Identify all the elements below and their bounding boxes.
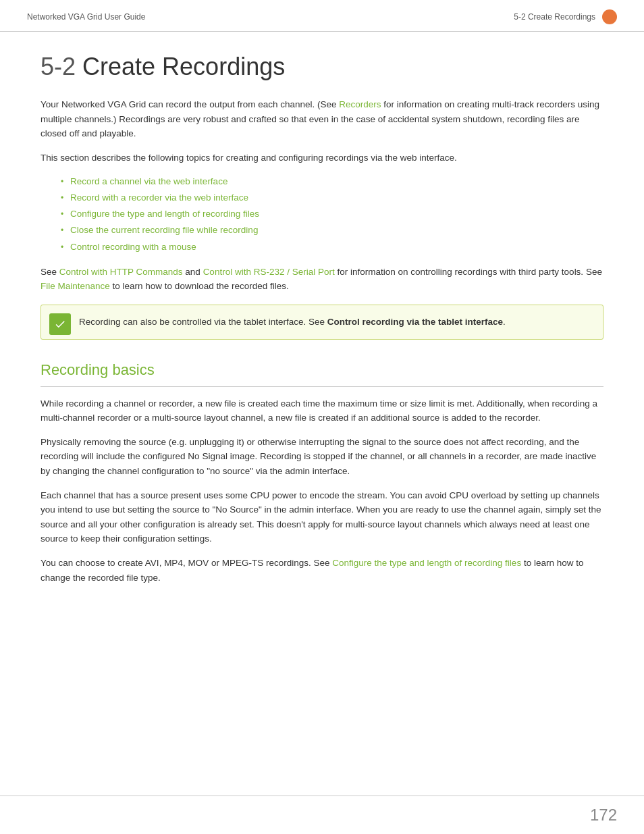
- intro-paragraph-2: This section describes the following top…: [41, 151, 603, 165]
- basics-paragraph-1: While recording a channel or recorder, a…: [41, 396, 603, 425]
- page-container: Networked VGA Grid User Guide 5-2 Create…: [0, 0, 644, 834]
- note-bold-text: Control recording via the tablet interfa…: [327, 317, 503, 327]
- topics-list: Record a channel via the web interface R…: [61, 175, 603, 254]
- header-circle-icon: [602, 9, 617, 24]
- file-maintenance-link[interactable]: File Maintenance: [41, 281, 110, 291]
- basics-paragraph-4: You can choose to create AVI, MP4, MOV o…: [41, 556, 603, 585]
- topic-link-2[interactable]: Record with a recorder via the web inter…: [70, 192, 248, 203]
- note-text-post: .: [503, 317, 506, 327]
- note-text-pre: Recording can also be controlled via the…: [79, 317, 327, 327]
- list-item: Record with a recorder via the web inter…: [61, 191, 603, 205]
- note-box: Recording can also be controlled via the…: [41, 305, 603, 340]
- basics-paragraph-3: Each channel that has a source present u…: [41, 488, 603, 546]
- configure-type-link[interactable]: Configure the type and length of recordi…: [332, 558, 521, 568]
- topic-link-4[interactable]: Close the current recording file while r…: [70, 225, 258, 235]
- intro-p1-pre: Your Networked VGA Grid can record the o…: [41, 99, 339, 109]
- page-title-text: Create Recordings: [82, 53, 285, 80]
- page-title-number: 5-2: [41, 53, 76, 80]
- see-also-post: to learn how to download the recorded fi…: [110, 281, 289, 291]
- section-heading-recording-basics: Recording basics: [41, 359, 603, 387]
- rs232-link[interactable]: Control with RS-232 / Serial Port: [203, 267, 335, 277]
- list-item: Record a channel via the web interface: [61, 175, 603, 188]
- intro-paragraph-1: Your Networked VGA Grid can record the o…: [41, 97, 603, 141]
- header-guide-title: Networked VGA Grid User Guide: [27, 11, 145, 23]
- see-also-mid1: and: [183, 267, 203, 277]
- basics-paragraph-2: Physically removing the source (e.g. unp…: [41, 435, 603, 479]
- page-header: Networked VGA Grid User Guide 5-2 Create…: [0, 0, 644, 32]
- basics-p4-pre: You can choose to create AVI, MP4, MOV o…: [41, 558, 332, 568]
- page-title: 5-2 Create Recordings: [41, 52, 603, 81]
- topic-link-5[interactable]: Control recording with a mouse: [70, 242, 196, 252]
- see-also-paragraph: See Control with HTTP Commands and Contr…: [41, 265, 603, 294]
- topic-link-3[interactable]: Configure the type and length of recordi…: [70, 209, 259, 219]
- main-content: 5-2 Create Recordings Your Networked VGA…: [0, 32, 644, 796]
- header-right-group: 5-2 Create Recordings: [514, 9, 617, 24]
- topic-link-1[interactable]: Record a channel via the web interface: [70, 176, 227, 186]
- see-also-mid2: for information on controlling recording…: [335, 267, 602, 277]
- see-also-pre: See: [41, 267, 59, 277]
- checkmark-icon: [54, 318, 66, 330]
- list-item: Control recording with a mouse: [61, 240, 603, 254]
- list-item: Close the current recording file while r…: [61, 224, 603, 237]
- list-item: Configure the type and length of recordi…: [61, 207, 603, 221]
- header-section-title: 5-2 Create Recordings: [514, 11, 595, 23]
- note-icon: [49, 313, 71, 335]
- page-number: 172: [590, 803, 617, 827]
- recorders-link[interactable]: Recorders: [339, 99, 381, 109]
- page-footer: 172: [0, 796, 644, 834]
- http-commands-link[interactable]: Control with HTTP Commands: [59, 267, 183, 277]
